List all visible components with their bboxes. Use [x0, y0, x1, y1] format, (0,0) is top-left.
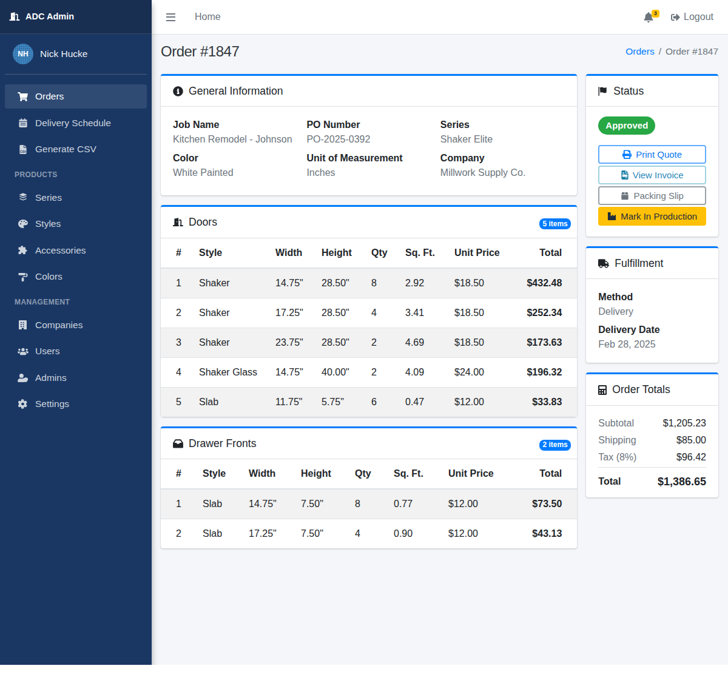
svg-text:CSV: CSV — [19, 149, 26, 153]
